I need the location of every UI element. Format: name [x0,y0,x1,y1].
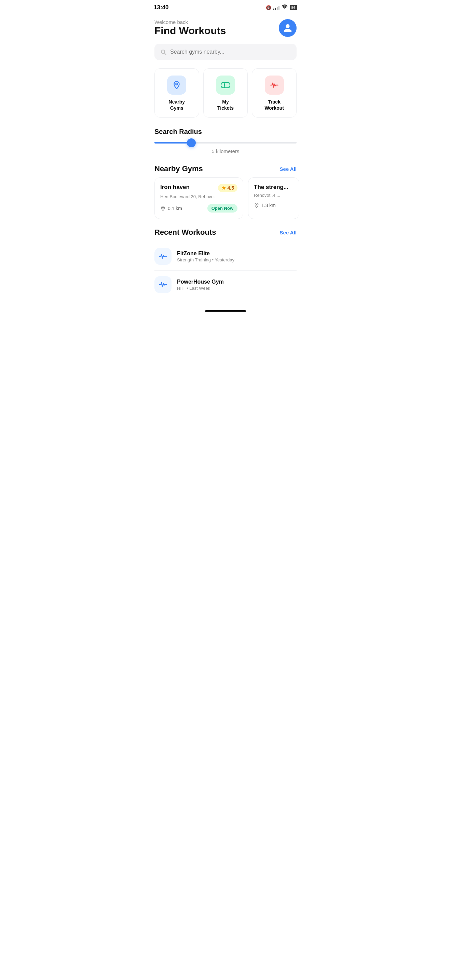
recent-workouts-see-all[interactable]: See All [280,230,297,235]
recent-workouts-header: Recent Workouts See All [147,222,304,241]
location-icon [172,81,181,89]
workout-name-powerhouse: PowerHouse Gym [177,279,224,285]
workouts-list: FitZone Elite Strength Training • Yester… [147,241,304,305]
quick-actions: NearbyGyms MyTickets TrackWorkout [147,64,304,122]
rating-value: 4.5 [227,185,234,191]
my-tickets-icon-bg [216,75,235,95]
my-tickets-label: MyTickets [217,99,234,111]
gym-card-top: Iron haven 4.5 [160,184,237,192]
wifi-icon [281,5,288,11]
search-radius-title: Search Radius [154,128,297,136]
distance-location-icon [160,206,166,211]
signal-icon [273,5,279,10]
gym-card-the-strength[interactable]: The streng... Rehovot ,4 ... 1.3 km [248,177,299,219]
gym-name: Iron haven [160,184,190,191]
quick-card-my-tickets[interactable]: MyTickets [203,68,248,118]
workout-info-fitzone: FitZone Elite Strength Training • Yester… [177,250,234,262]
nearby-gyms-title: Nearby Gyms [154,164,203,173]
workout-meta-powerhouse: HIIT • Last Week [177,286,224,291]
workout-name-fitzone: FitZone Elite [177,250,234,257]
gym-name-2: The streng... [254,184,288,191]
status-time: 13:40 [154,4,168,11]
mute-icon: 🔇 [266,5,271,10]
search-input[interactable] [170,49,291,55]
nearby-gyms-icon-bg [167,75,186,95]
radius-value: 5 kilometers [154,148,297,154]
avatar-button[interactable] [279,19,297,37]
gym-distance: 0.1 km [160,206,182,211]
track-workout-icon-bg [265,75,284,95]
battery-icon: 56 [290,5,297,10]
gym-card-top-2: The streng... [254,184,294,191]
activity-icon-1 [159,252,167,260]
gym-card-iron-haven[interactable]: Iron haven 4.5 Hen Boulevard 20, Rehovot… [154,177,243,219]
status-bar: 13:40 🔇 56 [147,0,304,14]
track-workout-label: TrackWorkout [264,99,284,111]
nearby-gyms-header: Nearby Gyms See All [147,158,304,177]
user-icon [283,23,292,33]
nearby-gyms-see-all[interactable]: See All [280,166,297,172]
quick-card-track-workout[interactable]: TrackWorkout [252,68,297,118]
ticket-icon [221,81,230,89]
recent-workouts-title: Recent Workouts [154,228,216,237]
distance-value: 0.1 km [168,206,182,211]
status-icons: 🔇 56 [266,5,297,11]
quick-card-nearby-gyms[interactable]: NearbyGyms [154,68,199,118]
search-box[interactable] [154,44,297,60]
slider-fill [154,142,191,143]
gym-address-2: Rehovot ,4 ... [254,193,294,198]
gym-distance-2: 1.3 km [254,203,276,208]
workout-info-powerhouse: PowerHouse Gym HIIT • Last Week [177,279,224,291]
search-container [147,40,304,64]
radius-slider[interactable] [154,142,297,143]
workout-icon-fitzone [154,248,172,265]
workout-icon-powerhouse [154,276,172,293]
gyms-row: Iron haven 4.5 Hen Boulevard 20, Rehovot… [147,177,304,222]
rating-badge: 4.5 [218,184,237,192]
page-header: Welcome back Find Workouts [147,14,304,40]
open-status-badge: Open Now [207,204,237,213]
workout-item-fitzone[interactable]: FitZone Elite Strength Training • Yester… [154,242,297,270]
welcome-text: Welcome back [154,19,226,25]
star-icon [221,186,226,190]
header-text: Welcome back Find Workouts [154,19,226,36]
workout-meta-fitzone: Strength Training • Yesterday [177,257,234,262]
home-indicator [147,305,304,319]
svg-point-1 [176,83,178,85]
pulse-icon [270,81,279,89]
activity-icon-2 [159,280,167,289]
workout-item-powerhouse[interactable]: PowerHouse Gym HIIT • Last Week [154,270,297,299]
svg-point-0 [284,8,285,10]
slider-thumb[interactable] [187,138,196,147]
svg-point-4 [256,204,257,205]
gym-footer: 0.1 km Open Now [160,204,237,213]
page-title: Find Workouts [154,25,226,36]
nearby-gyms-label: NearbyGyms [169,99,185,111]
slider-track [154,142,297,143]
distance-value-2: 1.3 km [261,203,276,208]
gym-address: Hen Boulevard 20, Rehovot [160,194,237,199]
svg-point-3 [162,207,163,208]
search-radius-section: Search Radius 5 kilometers [147,122,304,158]
gym-footer-2: 1.3 km [254,203,294,208]
distance-location-icon-2 [254,203,259,208]
home-bar [205,310,246,312]
search-icon [160,49,167,56]
